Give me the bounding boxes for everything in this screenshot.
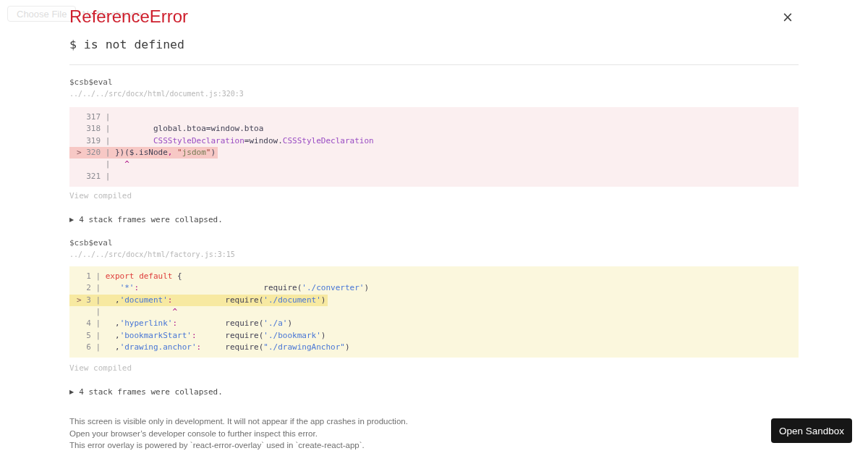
error-message: $ is not defined (69, 38, 184, 51)
view-compiled-link[interactable]: View compiled (69, 191, 132, 200)
dev-note-line: This screen is visible only in developme… (69, 415, 408, 428)
dev-note-line: Open your browser’s developer console to… (69, 428, 408, 440)
open-sandbox-button[interactable]: Open Sandbox (771, 418, 852, 443)
dev-note-line: This error overlay is powered by `react-… (69, 439, 408, 452)
error-title: ReferenceError (69, 7, 188, 27)
stack-frames-toggle[interactable]: ▶4 stack frames were collapsed. (69, 387, 223, 397)
stack-frame-location: ../../../src/docx/html/factory.js:3:15 (69, 250, 235, 258)
expand-icon: ▶ (69, 216, 74, 223)
expand-icon: ▶ (69, 389, 74, 395)
stack-frame-location: ../../../src/docx/html/document.js:320:3 (69, 90, 244, 98)
stack-frames-toggle[interactable]: ▶4 stack frames were collapsed. (69, 215, 223, 224)
dev-notes: This screen is visible only in developme… (69, 415, 408, 452)
stack-frames-toggle-label: 4 stack frames were collapsed. (79, 215, 223, 224)
code-block: 317 | 318 | global.btoa=window.btoa 319 … (69, 107, 799, 187)
code-block: 1 | export default { 2 | '*': require('.… (69, 266, 799, 358)
error-overlay: ReferenceError × $ is not defined $csb$e… (0, 0, 868, 456)
stack-frame-function: $csb$eval (69, 77, 113, 87)
view-compiled-link[interactable]: View compiled (69, 363, 132, 373)
divider (69, 64, 799, 65)
close-icon[interactable]: × (781, 10, 794, 23)
stack-frame-function: $csb$eval (69, 238, 113, 248)
stack-frames-toggle-label: 4 stack frames were collapsed. (79, 387, 223, 397)
